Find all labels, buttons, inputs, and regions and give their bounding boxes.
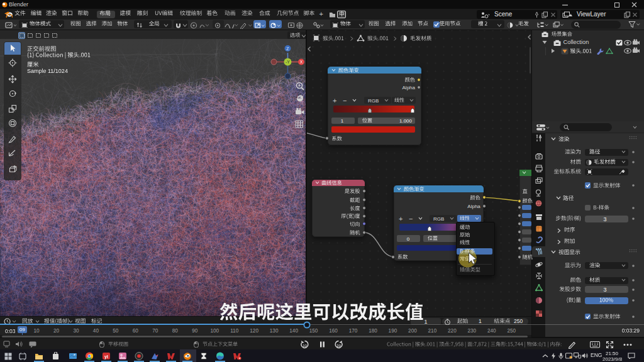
- svg-text:10: 10: [303, 343, 307, 347]
- svg-text:Z: Z: [286, 47, 289, 51]
- svg-text:X: X: [300, 60, 303, 64]
- svg-text:yt: yt: [104, 354, 109, 359]
- svg-text:-Y: -Y: [286, 60, 290, 64]
- svg-text:30: 30: [336, 343, 341, 348]
